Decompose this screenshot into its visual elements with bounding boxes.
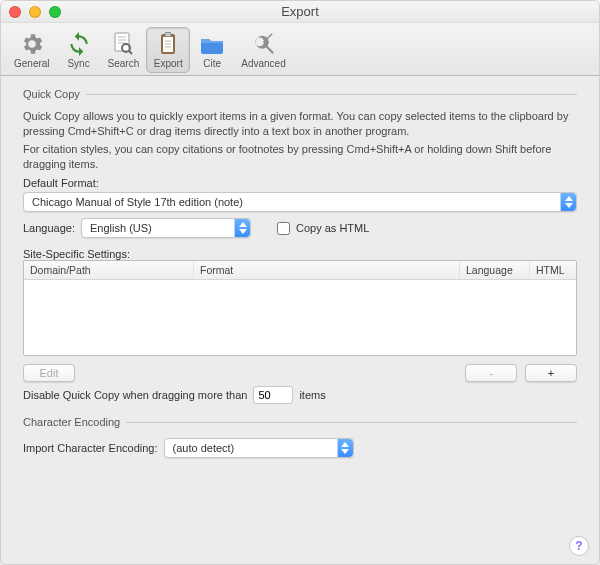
svg-marker-14 [239, 222, 247, 227]
default-format-value: Chicago Manual of Style 17th edition (no… [32, 196, 243, 208]
preferences-window: Export General Sync Search Export [0, 0, 600, 565]
svg-marker-16 [341, 442, 349, 447]
col-domain[interactable]: Domain/Path [24, 261, 194, 279]
tab-general[interactable]: General [7, 27, 57, 73]
svg-marker-15 [239, 229, 247, 234]
chevron-updown-icon [234, 219, 250, 237]
disable-quickcopy-prefix: Disable Quick Copy when dragging more th… [23, 389, 247, 401]
character-encoding-legend: Character Encoding [23, 416, 126, 428]
search-doc-icon [109, 30, 137, 58]
tab-advanced[interactable]: Advanced [234, 27, 292, 73]
language-select[interactable]: English (US) [81, 218, 251, 238]
tab-label: General [14, 58, 50, 69]
remove-site-button[interactable]: - [465, 364, 517, 382]
disable-threshold-input[interactable] [253, 386, 293, 404]
svg-line-5 [129, 51, 132, 54]
gear-icon [18, 30, 46, 58]
clipboard-icon [154, 30, 182, 58]
titlebar: Export [1, 1, 599, 23]
prefs-toolbar: General Sync Search Export Cite [1, 23, 599, 76]
chevron-updown-icon [560, 193, 576, 211]
import-encoding-label: Import Character Encoding: [23, 442, 158, 454]
quick-copy-legend: Quick Copy [23, 88, 86, 100]
import-encoding-select[interactable]: (auto detect) [164, 438, 354, 458]
col-html[interactable]: HTML [530, 261, 576, 279]
default-format-label: Default Format: [23, 177, 577, 189]
site-settings-header: Domain/Path Format Language HTML [24, 261, 576, 280]
tab-label: Advanced [241, 58, 285, 69]
content-area: Quick Copy Quick Copy allows you to quic… [1, 76, 599, 564]
import-encoding-value: (auto detect) [173, 442, 235, 454]
copy-as-html-label: Copy as HTML [296, 222, 369, 234]
tab-export[interactable]: Export [146, 27, 190, 73]
tab-label: Export [154, 58, 183, 69]
quick-copy-section: Quick Copy Quick Copy allows you to quic… [23, 88, 577, 408]
tab-label: Sync [67, 58, 89, 69]
character-encoding-section: Character Encoding Import Character Enco… [23, 416, 577, 462]
minimize-window-button[interactable] [29, 6, 41, 18]
help-button[interactable]: ? [569, 536, 589, 556]
add-site-button[interactable]: + [525, 364, 577, 382]
edit-site-button[interactable]: Edit [23, 364, 75, 382]
tab-search[interactable]: Search [101, 27, 147, 73]
tab-label: Search [108, 58, 140, 69]
sync-icon [65, 30, 93, 58]
tab-cite[interactable]: Cite [190, 27, 234, 73]
language-label: Language: [23, 222, 75, 234]
svg-rect-8 [165, 33, 171, 37]
svg-marker-13 [565, 203, 573, 208]
disable-quickcopy-suffix: items [299, 389, 325, 401]
site-settings-label: Site-Specific Settings: [23, 248, 577, 260]
svg-marker-17 [341, 449, 349, 454]
site-settings-table[interactable]: Domain/Path Format Language HTML [23, 260, 577, 356]
quick-copy-description-2: For citation styles, you can copy citati… [23, 142, 577, 172]
quick-copy-description-1: Quick Copy allows you to quickly export … [23, 109, 577, 139]
chevron-updown-icon [337, 439, 353, 457]
folder-icon [198, 30, 226, 58]
window-controls [9, 6, 61, 18]
svg-marker-12 [565, 196, 573, 201]
tab-label: Cite [203, 58, 221, 69]
default-format-select[interactable]: Chicago Manual of Style 17th edition (no… [23, 192, 577, 212]
col-format[interactable]: Format [194, 261, 460, 279]
tab-sync[interactable]: Sync [57, 27, 101, 73]
language-value: English (US) [90, 222, 152, 234]
copy-as-html-checkbox[interactable] [277, 222, 290, 235]
zoom-window-button[interactable] [49, 6, 61, 18]
window-title: Export [9, 4, 591, 19]
col-language[interactable]: Language [460, 261, 530, 279]
tools-icon [250, 30, 278, 58]
close-window-button[interactable] [9, 6, 21, 18]
